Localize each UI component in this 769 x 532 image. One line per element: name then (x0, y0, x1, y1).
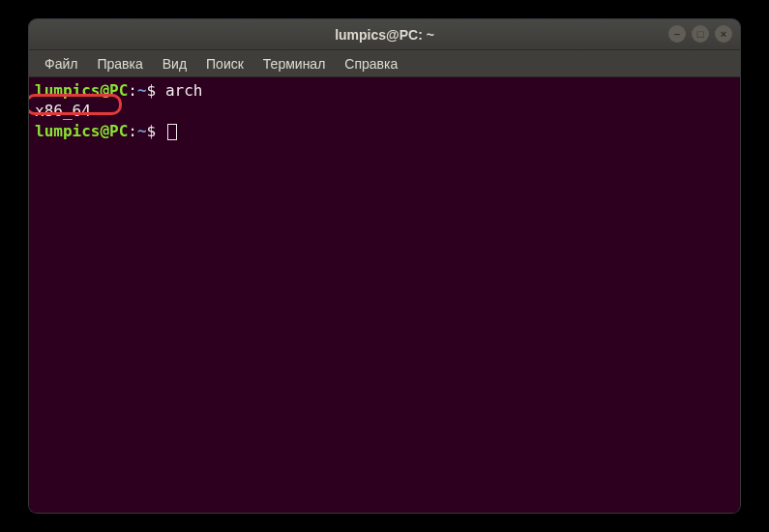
prompt-path: ~ (137, 81, 147, 100)
menu-file[interactable]: Файл (37, 54, 85, 74)
prompt-user: lumpics@PC (35, 81, 128, 100)
titlebar[interactable]: lumpics@PC: ~ – □ × (29, 19, 740, 50)
output-text: x86_64 (35, 102, 91, 120)
close-button[interactable]: × (715, 25, 732, 43)
menu-view[interactable]: Вид (155, 54, 194, 74)
maximize-button[interactable]: □ (692, 25, 709, 43)
prompt-path: ~ (137, 122, 147, 140)
terminal-line-3: lumpics@PC:~$ (35, 122, 734, 142)
menubar: Файл Правка Вид Поиск Терминал Справка (29, 50, 740, 77)
prompt-sep: : (128, 81, 137, 100)
menu-help[interactable]: Справка (337, 54, 405, 74)
minimize-button[interactable]: – (668, 25, 686, 43)
terminal-line-1: lumpics@PC:~$ arch (35, 81, 734, 102)
menu-edit[interactable]: Правка (89, 54, 150, 74)
terminal-body[interactable]: lumpics@PC:~$ arch x86_64 lumpics@PC:~$ (29, 77, 740, 513)
terminal-window: lumpics@PC: ~ – □ × Файл Правка Вид Поис… (29, 19, 740, 513)
terminal-line-2: x86_64 (35, 102, 734, 122)
prompt-sep: : (128, 122, 137, 140)
menu-search[interactable]: Поиск (198, 54, 251, 74)
cursor (167, 124, 177, 140)
prompt-dollar: $ (147, 122, 157, 140)
window-title: lumpics@PC: ~ (335, 27, 434, 43)
prompt-user: lumpics@PC (35, 122, 128, 140)
prompt-dollar: $ (147, 81, 157, 100)
command-text: arch (165, 81, 203, 100)
menu-terminal[interactable]: Терминал (255, 54, 333, 74)
window-controls: – □ × (668, 25, 732, 43)
